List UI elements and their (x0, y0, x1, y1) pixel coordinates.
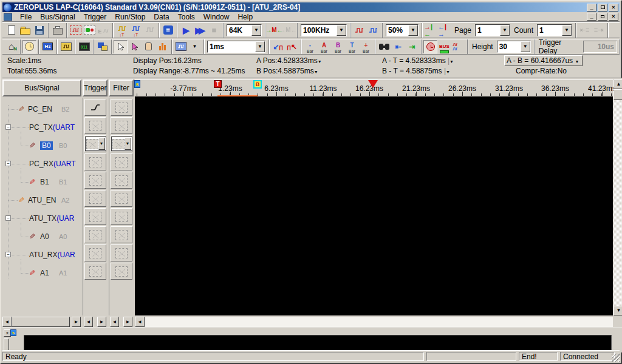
filter-cell-a1[interactable] (111, 263, 132, 280)
tb2-combo[interactable]: 1ms▼ (207, 41, 265, 53)
waveform-window-button[interactable] (59, 40, 73, 53)
scroll-down-button[interactable]: ▼ (613, 306, 622, 315)
bus-signal-row-b0[interactable]: ✎B0B0 (2, 136, 81, 155)
a-b-dropdown[interactable]: ▼ (575, 59, 580, 64)
chevron-down-icon[interactable]: ▼ (251, 25, 261, 36)
collapse-toggle[interactable]: − (5, 252, 11, 257)
bus-signal-row-a1[interactable]: ✎A1A1 (2, 264, 81, 282)
filter-cell-pc_rx[interactable] (111, 153, 132, 170)
chevron-down-icon[interactable]: ▼ (562, 25, 572, 36)
time-ruler[interactable]: -3.77ms1.23ms6.23ms11.23ms16.23ms21.23ms… (135, 79, 613, 96)
scroll-up-button[interactable]: ▲ (613, 79, 622, 89)
wave-mode-button[interactable] (174, 40, 188, 53)
chevron-down-icon[interactable]: ▼ (337, 25, 346, 36)
trigger-cell-atu_rx[interactable] (84, 244, 106, 261)
save-file-button[interactable] (32, 24, 46, 37)
bus-signal-row-atu_rx[interactable]: −ATU_RX(UAR (2, 246, 81, 264)
menu-help[interactable]: Help (233, 12, 257, 22)
mdi-restore-button[interactable] (598, 13, 607, 21)
compare-signal-button[interactable] (451, 40, 465, 53)
filter-cell-atu_tx[interactable] (111, 208, 132, 225)
trigger-column[interactable]: ▼ (83, 98, 108, 315)
wave-mode-dd-button[interactable]: ▼ (188, 40, 202, 53)
bus-signal-row-atu_tx[interactable]: −ATU_TX(UAR (2, 209, 81, 228)
trigger-combo[interactable]: ▼ (85, 136, 106, 151)
pointer-multi-button[interactable] (128, 40, 142, 53)
bus-scroll-thumb[interactable] (12, 317, 70, 327)
trigger-scroll-left[interactable]: ◄ (84, 317, 93, 327)
title-bar[interactable]: ZEROPLUS LAP-C(16064) Standard V3.09(CN0… (2, 2, 620, 12)
tb1-combo[interactable]: 1▼ (537, 24, 572, 36)
trigger-property-button[interactable] (83, 24, 97, 37)
minimize-button[interactable]: _ (587, 4, 596, 12)
bar-b-button[interactable]: BBar (331, 40, 345, 53)
run-single-button[interactable]: ▶ (179, 24, 193, 37)
bus-view-button[interactable]: BUS (437, 40, 451, 53)
stop-button[interactable]: ■ (207, 24, 221, 37)
module-setup-button[interactable]: ≣ (161, 24, 175, 37)
goto-next-button[interactable]: ⇥ (405, 40, 419, 53)
bus-signal-panel[interactable]: ✎PC_ENB2−PC_TX(UART✎B0B0−PC_RX(UART✎B1B1… (2, 98, 81, 315)
b-pos-dropdown[interactable]: ▼ (314, 70, 320, 74)
bus-signal-row-pc_en[interactable]: ✎PC_ENB2 (2, 100, 81, 118)
filter-cell-b1[interactable] (111, 172, 132, 189)
sample-t-button[interactable]: ↓T (129, 24, 143, 37)
resize-grip[interactable] (612, 354, 620, 362)
filter-cell-a0[interactable] (111, 226, 132, 243)
filter-scroll-right[interactable]: ► (123, 317, 132, 327)
b-t-dropdown[interactable]: ▼ (446, 70, 451, 74)
maximize-button[interactable] (598, 4, 607, 12)
vscroll-track[interactable] (613, 89, 622, 306)
pulse-blue-button[interactable] (366, 24, 380, 37)
chevron-down-icon[interactable]: ▼ (521, 41, 530, 52)
filter-cell-atu_rx[interactable] (111, 244, 132, 261)
pulse-red-button[interactable] (352, 24, 366, 37)
run-repeat-button[interactable]: ▶▶ (193, 24, 207, 37)
menu-tools[interactable]: Tools (174, 12, 199, 22)
vertical-scrollbar[interactable]: ▲ ▼ (613, 79, 622, 315)
menu-run-stop[interactable]: Run/Stop (111, 12, 149, 22)
hz-monitor-button[interactable]: Hz (41, 40, 55, 53)
bus-signal-row-pc_tx[interactable]: −PC_TX(UART (2, 118, 81, 136)
menu-bus-signal[interactable]: Bus/Signal (36, 12, 79, 22)
menu-trigger[interactable]: Trigger (80, 12, 111, 22)
tb1-combo[interactable]: 100KHz▼ (301, 24, 347, 36)
bus-signal-row-atu_en[interactable]: ✎ATU_ENA2 (2, 191, 81, 209)
bar-t-button[interactable]: TBar (345, 40, 359, 53)
collapse-toggle[interactable]: − (5, 215, 11, 221)
trigger-cell-b1[interactable] (84, 172, 106, 189)
a-t-dropdown[interactable]: ▼ (449, 59, 455, 64)
trigger-cell-atu_en[interactable] (84, 190, 106, 207)
clock-button[interactable] (22, 40, 36, 53)
collapse-toggle[interactable]: − (5, 161, 11, 166)
wave-scroll-left[interactable]: ◄ (135, 317, 145, 327)
compress-in-button[interactable]: →|← (424, 24, 438, 37)
navigator-window-button[interactable] (95, 40, 109, 53)
chevron-down-icon[interactable]: ▼ (255, 41, 265, 52)
listing-window-button[interactable]: 011 (77, 40, 91, 53)
trigger-scroll-right[interactable]: ► (97, 317, 106, 327)
filter-combo[interactable]: ▼ (111, 136, 132, 151)
start-marker[interactable]: s (134, 80, 140, 88)
trigger-e-button[interactable]: E (97, 24, 111, 37)
trigger-mark-button[interactable] (69, 24, 83, 37)
bus-signal-row-a0[interactable]: ✎A0A0 (2, 228, 81, 246)
vscroll-thumb[interactable] (613, 89, 622, 100)
pointer-button[interactable] (114, 40, 128, 53)
bar-minus-button[interactable]: -Bar (303, 40, 317, 53)
chevron-down-icon[interactable]: ▼ (408, 25, 418, 36)
tb1-combo[interactable]: 64K▼ (227, 24, 262, 36)
tb1-combo[interactable]: 1▼ (475, 24, 510, 36)
compress-out-button[interactable]: ←|→ (438, 24, 452, 37)
goto-prev-button[interactable]: ⇤ (391, 40, 405, 53)
menu-data[interactable]: Data (149, 12, 173, 22)
stack-next-button[interactable]: ≡⇥ (592, 24, 606, 37)
waveform-area[interactable] (135, 96, 613, 315)
trigger-cell-pc_en[interactable] (84, 99, 106, 116)
navigator-handle[interactable] (4, 339, 9, 351)
stack-prev-button[interactable]: ⇤≡ (578, 24, 592, 37)
a-pos-dropdown[interactable]: ▼ (318, 59, 323, 64)
mdi-minimize-button[interactable]: _ (587, 13, 596, 21)
menu-window[interactable]: Window (199, 12, 234, 22)
filter-cell-pc_tx[interactable] (111, 117, 132, 134)
